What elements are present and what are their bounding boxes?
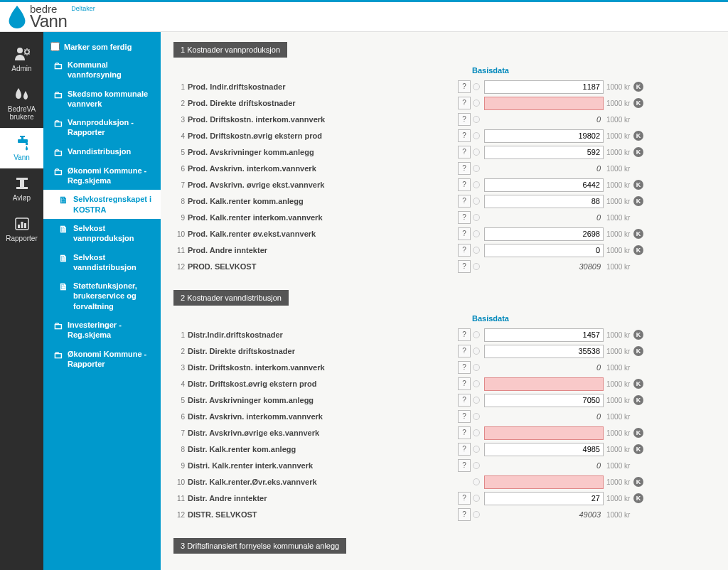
svg-rect-6: [16, 178, 28, 180]
row-number: 9: [173, 214, 185, 222]
help-button[interactable]: ?: [458, 162, 471, 175]
sidebar-item-0[interactable]: Kommunal vannforsyning: [43, 55, 161, 85]
help-button[interactable]: ?: [458, 328, 471, 341]
sidebar-item-10[interactable]: Økonomi Kommune - Rapporter: [43, 345, 161, 374]
help-button[interactable]: ?: [458, 426, 471, 439]
status-dot-icon: [473, 230, 480, 237]
help-button[interactable]: ?: [458, 113, 471, 126]
value-input[interactable]: [484, 443, 604, 456]
value-readonly: 30809: [484, 262, 604, 271]
k-badge-icon[interactable]: K: [633, 330, 643, 340]
k-badge-icon[interactable]: K: [633, 229, 643, 239]
k-badge-icon[interactable]: K: [633, 346, 643, 356]
value-input[interactable]: [484, 345, 604, 358]
sidebar-item-4[interactable]: Økonomi Kommune - Reg.skjema: [43, 161, 161, 190]
row-number: 8: [173, 446, 185, 453]
sidebar-item-label: Økonomi Kommune - Reg.skjema: [68, 166, 155, 186]
status-dot-icon: [473, 462, 480, 469]
row-label: Distr. Driftskostn. interkom.vannverk: [188, 363, 458, 372]
help-button[interactable]: ?: [458, 361, 471, 374]
help-button[interactable]: ?: [458, 146, 471, 158]
k-badge-icon[interactable]: K: [633, 493, 643, 503]
sidebar-item-label: Investeringer - Reg.skjema: [68, 320, 155, 340]
help-button[interactable]: ?: [458, 244, 471, 257]
value-input[interactable]: [484, 328, 604, 342]
k-badge-icon[interactable]: K: [633, 379, 643, 389]
unit-label: 1000 kr: [606, 214, 632, 222]
help-button[interactable]: ?: [458, 345, 471, 357]
value-input[interactable]: [484, 426, 604, 440]
k-badge-icon[interactable]: K: [633, 98, 643, 108]
row-number: 1: [173, 331, 185, 339]
k-badge-icon[interactable]: K: [633, 147, 643, 157]
value-input[interactable]: [484, 227, 604, 241]
help-button[interactable]: ?: [458, 80, 471, 93]
help-button[interactable]: ?: [458, 129, 471, 142]
help-button[interactable]: ?: [458, 443, 471, 456]
data-row: 3Distr. Driftskostn. interkom.vannverk?0…: [173, 360, 715, 375]
sidebar-item-6[interactable]: Selvkost vannproduksjon: [43, 219, 161, 248]
value-input[interactable]: [484, 475, 604, 489]
k-badge-icon[interactable]: K: [633, 395, 643, 405]
k-badge-icon[interactable]: K: [633, 131, 643, 141]
k-badge-icon[interactable]: K: [633, 477, 643, 487]
k-badge-icon[interactable]: K: [633, 180, 643, 190]
help-button[interactable]: ?: [458, 377, 471, 390]
status-dot-icon: [473, 364, 480, 371]
help-button[interactable]: ?: [458, 195, 471, 208]
marker-ferdig-checkbox[interactable]: [50, 42, 60, 51]
unit-label: 1000 kr: [606, 462, 632, 470]
row-label: Distr. Andre inntekter: [188, 494, 458, 502]
value-input[interactable]: [484, 146, 604, 159]
help-button[interactable]: ?: [458, 492, 471, 505]
svg-rect-4: [20, 136, 25, 137]
nav-avlop[interactable]: Avløp: [0, 168, 43, 209]
sidebar-item-3[interactable]: Vanndistribusjon: [43, 142, 161, 161]
section-header: 2 Kostnader vanndistribusjon: [173, 290, 289, 306]
k-badge-icon[interactable]: K: [633, 245, 643, 255]
nav-bedreva-brukere[interactable]: BedreVA brukere: [0, 80, 43, 128]
document-icon: [59, 224, 69, 234]
nav-vann[interactable]: Vann: [0, 128, 43, 168]
sidebar-item-2[interactable]: Vannproduksjon - Rapporter: [43, 113, 161, 142]
value-input[interactable]: [484, 377, 604, 391]
sidebar-item-1[interactable]: Skedsmo kommunale vannverk: [43, 85, 161, 114]
help-button[interactable]: ?: [458, 211, 471, 224]
help-button[interactable]: ?: [458, 459, 471, 472]
sidebar-item-7[interactable]: Selvkost vanndistribusjon: [43, 248, 161, 277]
row-number: 6: [173, 165, 185, 173]
sidebar-item-9[interactable]: Investeringer - Reg.skjema: [43, 316, 161, 345]
svg-rect-8: [16, 187, 28, 189]
logo-text-vann: Vann: [30, 14, 67, 29]
help-button[interactable]: ?: [458, 410, 471, 423]
sidebar-marker-ferdig[interactable]: Marker som ferdig: [43, 38, 161, 55]
value-input[interactable]: [484, 394, 604, 407]
help-button[interactable]: ?: [458, 178, 471, 191]
sidebar-item-8[interactable]: Støttefunksjoner, brukerservice og forva…: [43, 276, 161, 316]
help-button[interactable]: ?: [458, 394, 471, 407]
k-badge-icon[interactable]: K: [633, 82, 643, 92]
value-input[interactable]: [484, 80, 604, 94]
value-input[interactable]: [484, 244, 604, 257]
value-input[interactable]: [484, 178, 604, 192]
help-button[interactable]: ?: [458, 260, 471, 273]
help-button[interactable]: ?: [458, 97, 471, 109]
help-button[interactable]: ?: [458, 508, 471, 521]
row-number: 10: [173, 230, 185, 238]
sidebar-item-5[interactable]: Selvkostregnskapet i KOSTRA: [43, 190, 161, 219]
k-badge-icon[interactable]: K: [633, 428, 643, 438]
nav-rapporter[interactable]: Rapporter: [0, 209, 43, 249]
row-number: 10: [173, 478, 185, 486]
data-row: 1Distr.Indir.driftskostnader?1000 krK: [173, 327, 715, 343]
unit-label: 1000 kr: [606, 511, 632, 519]
value-input[interactable]: [484, 129, 604, 143]
nav-admin[interactable]: Admin: [0, 39, 43, 80]
help-button[interactable]: ?: [458, 227, 471, 240]
value-input[interactable]: [484, 195, 604, 208]
value-input[interactable]: [484, 492, 604, 505]
k-badge-icon[interactable]: K: [633, 444, 643, 454]
row-number: 12: [173, 263, 185, 271]
value-input[interactable]: [484, 97, 604, 110]
faucet-icon: [14, 135, 31, 151]
k-badge-icon[interactable]: K: [633, 196, 643, 206]
